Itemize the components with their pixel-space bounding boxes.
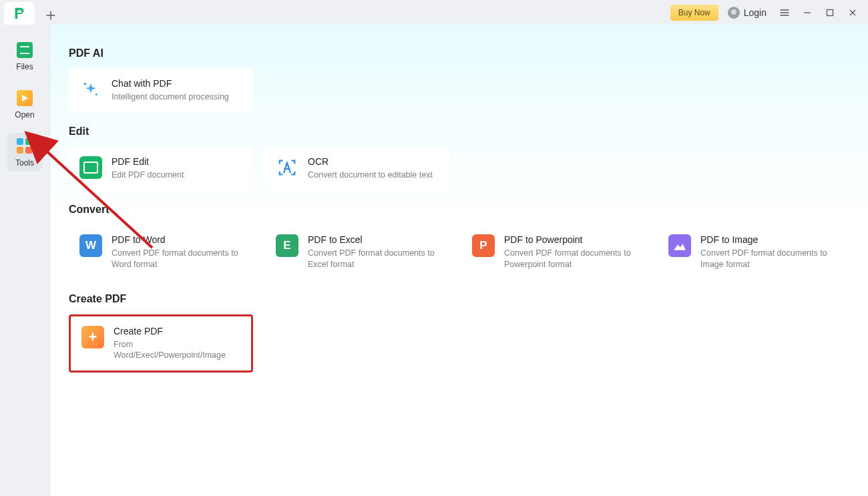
section-title-convert: Convert <box>69 204 849 216</box>
ocr-icon <box>276 156 298 179</box>
app-logo-icon <box>12 6 27 21</box>
titlebar: Buy Now Login <box>0 0 868 25</box>
card-ocr[interactable]: OCR Convert document to editable text <box>265 147 449 190</box>
app-window: Buy Now Login Files Open <box>0 0 868 496</box>
card-pdf-to-powerpoint[interactable]: PDF to Powerpoint Convert PDF format doc… <box>461 225 646 280</box>
word-icon <box>79 234 102 257</box>
minimize-button[interactable] <box>796 3 819 23</box>
close-icon <box>848 8 857 17</box>
card-title: PDF to Excel <box>308 234 439 245</box>
sidebar-item-label: Tools <box>15 158 34 168</box>
section-title-create-pdf: Create PDF <box>69 293 849 305</box>
card-desc: From Word/Execl/Powerpoint/Image <box>114 339 240 362</box>
card-desc: Convert PDF format documents to Powerpoi… <box>504 248 635 270</box>
card-chat-with-pdf[interactable]: Chat with PDF Intelligent document proce… <box>69 69 253 112</box>
sidebar-item-label: Files <box>16 62 33 71</box>
card-pdf-to-word[interactable]: PDF to Word Convert PDF format documents… <box>69 225 253 280</box>
card-title: PDF Edit <box>112 156 184 167</box>
card-desc: Intelligent document processing <box>112 91 229 103</box>
maximize-icon <box>825 8 835 17</box>
card-title: PDF to Powerpoint <box>504 234 635 245</box>
svg-point-2 <box>95 93 97 95</box>
card-desc: Convert document to editable text <box>308 170 433 181</box>
buy-now-button[interactable]: Buy Now <box>670 5 718 21</box>
close-button[interactable] <box>841 3 864 23</box>
sparkle-icon <box>79 78 102 101</box>
minimize-icon <box>803 8 812 17</box>
svg-point-1 <box>84 83 87 85</box>
main-panel: PDF AI Chat with PDF Intelligent documen… <box>49 25 868 496</box>
card-title: Chat with PDF <box>112 78 229 89</box>
image-icon <box>668 234 691 257</box>
svg-rect-0 <box>827 9 833 15</box>
sidebar-item-files[interactable]: Files <box>7 37 42 75</box>
excel-icon <box>276 234 298 257</box>
login-label: Login <box>744 7 767 18</box>
login-button[interactable]: Login <box>728 7 767 19</box>
annotation-highlight: Create PDF From Word/Execl/Powerpoint/Im… <box>69 314 253 373</box>
sidebar-item-tools[interactable]: Tools <box>7 133 42 172</box>
plus-icon <box>46 11 55 20</box>
files-icon <box>17 42 33 58</box>
card-pdf-to-excel[interactable]: PDF to Excel Convert PDF format document… <box>265 225 449 280</box>
section-title-edit: Edit <box>69 126 849 138</box>
section-title-pdf-ai: PDF AI <box>69 47 849 59</box>
powerpoint-icon <box>472 234 495 257</box>
new-tab-button[interactable] <box>41 6 60 25</box>
tools-icon <box>17 138 33 154</box>
sidebar-item-open[interactable]: Open <box>7 85 42 123</box>
card-desc: Convert PDF format documents to Word for… <box>112 248 242 270</box>
pdf-edit-icon <box>79 156 102 179</box>
card-desc: Convert PDF format documents to Excel fo… <box>308 248 439 270</box>
card-title: PDF to Image <box>700 234 831 245</box>
hamburger-menu-button[interactable] <box>773 3 796 23</box>
sidebar-item-label: Open <box>15 110 34 119</box>
avatar-icon <box>728 7 740 19</box>
hamburger-icon <box>780 8 789 17</box>
card-desc: Convert PDF format documents to Image fo… <box>700 248 831 270</box>
card-title: OCR <box>308 156 433 167</box>
card-title: PDF to Word <box>112 234 242 245</box>
card-create-pdf[interactable]: Create PDF From Word/Execl/Powerpoint/Im… <box>71 316 251 371</box>
card-pdf-to-image[interactable]: PDF to Image Convert PDF format document… <box>658 225 842 280</box>
app-logo-tab[interactable] <box>4 2 35 25</box>
create-pdf-icon <box>81 326 104 348</box>
tab-area <box>4 0 60 25</box>
open-icon <box>17 90 33 106</box>
card-title: Create PDF <box>114 326 240 336</box>
sidebar: Files Open Tools <box>0 25 49 496</box>
card-pdf-edit[interactable]: PDF Edit Edit PDF document <box>69 147 253 190</box>
maximize-button[interactable] <box>819 3 841 23</box>
card-desc: Edit PDF document <box>112 170 184 181</box>
